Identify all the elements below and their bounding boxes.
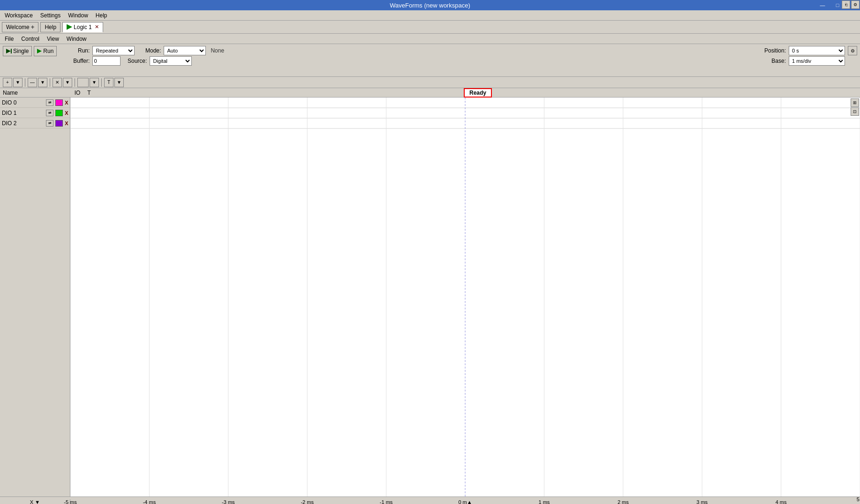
dio1-io-icon: ⇄	[46, 110, 53, 116]
source-select[interactable]: Digital Analog	[150, 56, 192, 66]
none-text: None	[211, 47, 224, 54]
dio2-color-swatch[interactable]	[55, 120, 63, 127]
single-icon	[6, 48, 12, 54]
single-button[interactable]: Single	[3, 46, 32, 56]
chart-top-right-buttons: ⎗ ⚙	[841, 0, 860, 9]
signal-name-dio1: DIO 1	[2, 110, 45, 116]
dio1-color-swatch[interactable]	[55, 110, 63, 116]
separator4	[101, 78, 102, 87]
help-label: Help	[45, 24, 56, 30]
ctrl-control[interactable]: Control	[18, 35, 42, 43]
single-label: Single	[13, 48, 29, 54]
remove-button[interactable]: —	[28, 78, 37, 87]
buffer-input[interactable]	[92, 56, 121, 66]
logic-run-section: Single Run	[3, 46, 57, 75]
svg-marker-2	[37, 49, 42, 53]
position-icon-btn[interactable]: ⚙	[848, 46, 857, 55]
waveform-button[interactable]	[77, 78, 89, 87]
buffer-control-row: Buffer: Source: Digital Analog	[66, 56, 224, 66]
mode-label-text: Mode:	[137, 47, 161, 54]
dio2-close-button[interactable]: X	[63, 120, 70, 127]
title-bar: WaveForms (new workspace) — □ ✕	[0, 0, 860, 10]
base-label: Base:	[760, 58, 786, 64]
dio2-io-icon: ⇄	[46, 120, 53, 127]
signal-list: DIO 0 ⇄ X DIO 1 ⇄ X DIO 2 ⇄ X	[0, 98, 70, 496]
x-axis: X ▼ -5 ms -4 ms -3 ms -2 ms -1 ms 0 m▲ 1…	[0, 496, 860, 504]
position-row: Position: 0 s ⚙	[760, 46, 857, 55]
main-area: DIO 0 ⇄ X DIO 1 ⇄ X DIO 2 ⇄ X	[0, 98, 860, 496]
ready-button[interactable]: Ready	[464, 88, 492, 98]
logic-toolbar: Single Run Run: Repeated Single Screen M…	[0, 44, 860, 77]
logic1-tab[interactable]: Logic 1 ✕	[62, 22, 103, 32]
position-label: Position:	[760, 47, 786, 54]
chart-fit-button[interactable]: ⊡	[851, 107, 859, 116]
ctrl-window[interactable]: Window	[64, 35, 90, 43]
run-button[interactable]: Run	[34, 46, 57, 56]
tick-minus3ms: -3 ms	[222, 499, 235, 504]
close-button2[interactable]: ✕	[53, 78, 62, 87]
help-button[interactable]: Help	[40, 22, 60, 32]
col-name-header: Name	[0, 90, 70, 96]
ctrl-file[interactable]: File	[2, 35, 16, 43]
tick-4ms: 4 ms	[776, 499, 787, 504]
separator1	[25, 78, 25, 87]
signal-row-dio2: DIO 2 ⇄ X	[0, 118, 70, 128]
dio2-io-button[interactable]: ⇄	[45, 120, 54, 127]
signal-row-dio1: DIO 1 ⇄ X	[0, 108, 70, 118]
minimize-button[interactable]: —	[815, 0, 830, 10]
close-dropdown-button[interactable]: ▼	[63, 78, 72, 87]
dio1-io-button[interactable]: ⇄	[45, 109, 54, 117]
run-label: Run	[43, 48, 53, 54]
dio0-io-button[interactable]: ⇄	[45, 99, 54, 106]
trigger-button[interactable]: T	[104, 78, 113, 87]
waveform-dropdown-button[interactable]: ▼	[90, 78, 99, 87]
small-toolbar: + ▼ — ▼ ✕ ▼ ▼ T ▼	[0, 77, 860, 88]
menu-workspace[interactable]: Workspace	[1, 11, 37, 20]
run-select[interactable]: Repeated Single Screen	[92, 46, 135, 55]
run-play-icon	[37, 49, 42, 53]
base-select[interactable]: 1 ms/div 2 ms/div 5 ms/div 10 ms/div	[789, 56, 845, 66]
run-control-row: Run: Repeated Single Screen Mode: Auto N…	[66, 46, 224, 55]
separator2	[50, 78, 50, 87]
column-headers: Name IO T Ready ⎗ ⚙	[0, 88, 860, 98]
tick-3ms: 3 ms	[696, 499, 708, 504]
dio1-close-button[interactable]: X	[63, 110, 70, 116]
tick-5ms: 5 ms	[857, 496, 860, 504]
run-label-text: Run:	[66, 47, 90, 54]
menu-settings[interactable]: Settings	[37, 11, 64, 20]
signal-name-dio0: DIO 0	[2, 99, 45, 106]
svg-rect-1	[11, 49, 12, 53]
welcome-button[interactable]: Welcome +	[2, 22, 38, 32]
logic-run-buttons: Single Run	[3, 46, 57, 56]
col-chart-header: Ready ⎗ ⚙	[94, 88, 860, 98]
buffer-label-text: Buffer:	[66, 58, 90, 64]
menubar: Workspace Settings Window Help	[0, 10, 860, 21]
remove-dropdown-button[interactable]: ▼	[38, 78, 47, 87]
chart-export-button[interactable]: ⎗	[842, 0, 850, 9]
position-select[interactable]: 0 s	[789, 46, 845, 55]
logic-run-icon	[67, 24, 72, 30]
add-dropdown-button[interactable]: ▼	[13, 78, 23, 87]
tick-minus1ms: -1 ms	[380, 499, 393, 504]
menu-help[interactable]: Help	[92, 11, 111, 20]
add-channel-button[interactable]: +	[3, 78, 12, 87]
base-row: Base: 1 ms/div 2 ms/div 5 ms/div 10 ms/d…	[760, 56, 857, 66]
tick-0ms: 0 m▲	[458, 499, 472, 504]
tick-minus5ms: -5 ms	[64, 499, 77, 504]
chart-zoom-button[interactable]: ⊞	[851, 98, 859, 107]
chart-area: ⊞ ⊡	[70, 98, 860, 496]
col-io-header: IO	[70, 90, 84, 96]
tick-minus4ms: -4 ms	[143, 499, 156, 504]
signal-name-dio2: DIO 2	[2, 120, 45, 127]
menu-window[interactable]: Window	[64, 11, 92, 20]
dio0-color-swatch[interactable]	[55, 99, 63, 106]
mode-select[interactable]: Auto Normal None	[164, 46, 206, 55]
chart-right-buttons: ⊞ ⊡	[850, 98, 860, 117]
logic1-close-icon[interactable]: ✕	[95, 24, 99, 30]
chart-grid-svg	[70, 98, 860, 496]
x-axis-label[interactable]: X ▼	[0, 499, 70, 504]
trigger-dropdown-button[interactable]: ▼	[114, 78, 124, 87]
chart-settings-button[interactable]: ⚙	[851, 0, 860, 9]
ctrl-view[interactable]: View	[44, 35, 62, 43]
dio0-close-button[interactable]: X	[63, 99, 70, 106]
